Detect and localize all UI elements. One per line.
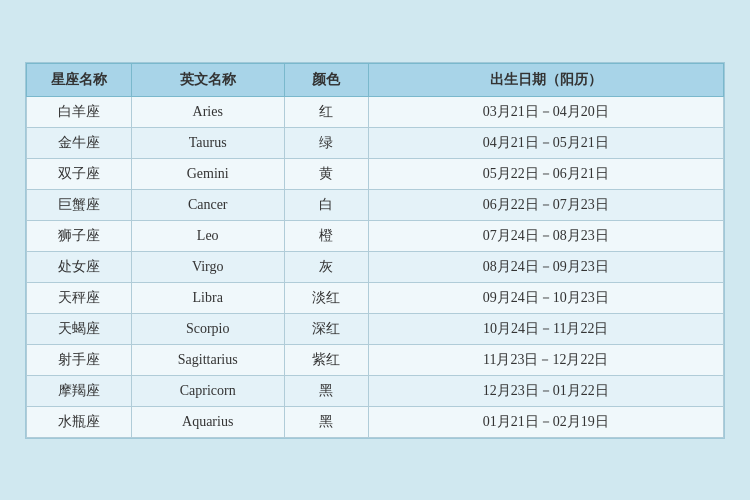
cell-en-name: Libra xyxy=(131,282,284,313)
cell-en-name: Scorpio xyxy=(131,313,284,344)
zodiac-table-container: 星座名称 英文名称 颜色 出生日期（阳历） 白羊座Aries红03月21日－04… xyxy=(25,62,725,439)
cell-cn-name: 巨蟹座 xyxy=(27,189,132,220)
cell-cn-name: 天秤座 xyxy=(27,282,132,313)
cell-en-name: Sagittarius xyxy=(131,344,284,375)
cell-cn-name: 天蝎座 xyxy=(27,313,132,344)
cell-color: 紫红 xyxy=(284,344,368,375)
cell-color: 淡红 xyxy=(284,282,368,313)
cell-date: 09月24日－10月23日 xyxy=(368,282,724,313)
header-en-name: 英文名称 xyxy=(131,63,284,96)
cell-color: 灰 xyxy=(284,251,368,282)
cell-date: 06月22日－07月23日 xyxy=(368,189,724,220)
cell-en-name: Taurus xyxy=(131,127,284,158)
cell-cn-name: 白羊座 xyxy=(27,96,132,127)
table-row: 天秤座Libra淡红09月24日－10月23日 xyxy=(27,282,724,313)
cell-cn-name: 双子座 xyxy=(27,158,132,189)
cell-date: 07月24日－08月23日 xyxy=(368,220,724,251)
cell-date: 11月23日－12月22日 xyxy=(368,344,724,375)
table-row: 天蝎座Scorpio深红10月24日－11月22日 xyxy=(27,313,724,344)
cell-en-name: Virgo xyxy=(131,251,284,282)
table-row: 狮子座Leo橙07月24日－08月23日 xyxy=(27,220,724,251)
cell-date: 05月22日－06月21日 xyxy=(368,158,724,189)
cell-color: 黄 xyxy=(284,158,368,189)
table-row: 射手座Sagittarius紫红11月23日－12月22日 xyxy=(27,344,724,375)
cell-cn-name: 水瓶座 xyxy=(27,406,132,437)
table-row: 处女座Virgo灰08月24日－09月23日 xyxy=(27,251,724,282)
header-color: 颜色 xyxy=(284,63,368,96)
table-row: 巨蟹座Cancer白06月22日－07月23日 xyxy=(27,189,724,220)
cell-en-name: Aquarius xyxy=(131,406,284,437)
table-row: 白羊座Aries红03月21日－04月20日 xyxy=(27,96,724,127)
cell-en-name: Leo xyxy=(131,220,284,251)
cell-en-name: Gemini xyxy=(131,158,284,189)
header-cn-name: 星座名称 xyxy=(27,63,132,96)
cell-cn-name: 摩羯座 xyxy=(27,375,132,406)
cell-cn-name: 处女座 xyxy=(27,251,132,282)
cell-date: 01月21日－02月19日 xyxy=(368,406,724,437)
cell-date: 03月21日－04月20日 xyxy=(368,96,724,127)
cell-color: 深红 xyxy=(284,313,368,344)
header-date: 出生日期（阳历） xyxy=(368,63,724,96)
table-row: 水瓶座Aquarius黑01月21日－02月19日 xyxy=(27,406,724,437)
cell-color: 白 xyxy=(284,189,368,220)
cell-color: 绿 xyxy=(284,127,368,158)
cell-color: 黑 xyxy=(284,406,368,437)
cell-en-name: Cancer xyxy=(131,189,284,220)
cell-color: 橙 xyxy=(284,220,368,251)
cell-cn-name: 狮子座 xyxy=(27,220,132,251)
cell-color: 黑 xyxy=(284,375,368,406)
table-row: 摩羯座Capricorn黑12月23日－01月22日 xyxy=(27,375,724,406)
cell-cn-name: 射手座 xyxy=(27,344,132,375)
table-row: 双子座Gemini黄05月22日－06月21日 xyxy=(27,158,724,189)
cell-date: 04月21日－05月21日 xyxy=(368,127,724,158)
cell-en-name: Capricorn xyxy=(131,375,284,406)
table-header-row: 星座名称 英文名称 颜色 出生日期（阳历） xyxy=(27,63,724,96)
cell-color: 红 xyxy=(284,96,368,127)
cell-date: 10月24日－11月22日 xyxy=(368,313,724,344)
cell-cn-name: 金牛座 xyxy=(27,127,132,158)
zodiac-table: 星座名称 英文名称 颜色 出生日期（阳历） 白羊座Aries红03月21日－04… xyxy=(26,63,724,438)
cell-date: 08月24日－09月23日 xyxy=(368,251,724,282)
cell-date: 12月23日－01月22日 xyxy=(368,375,724,406)
cell-en-name: Aries xyxy=(131,96,284,127)
table-row: 金牛座Taurus绿04月21日－05月21日 xyxy=(27,127,724,158)
